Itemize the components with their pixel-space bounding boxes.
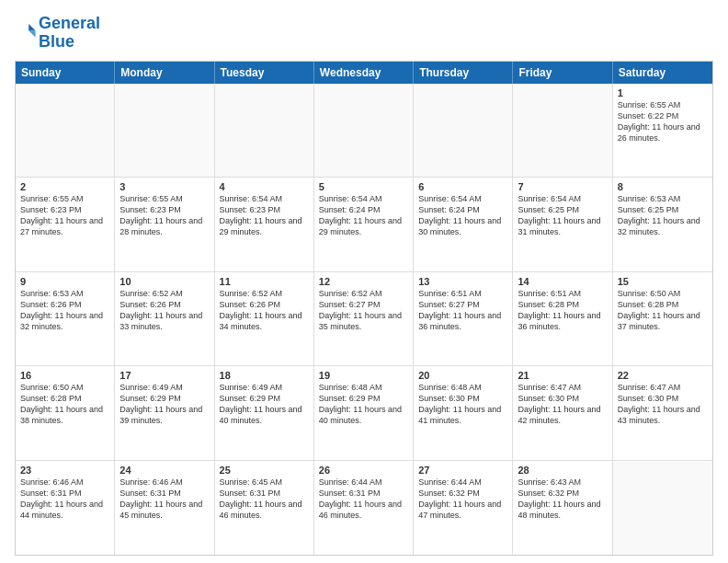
- calendar-cell-27: 27Sunrise: 6:44 AM Sunset: 6:32 PM Dayli…: [414, 461, 513, 555]
- day-info: Sunrise: 6:54 AM Sunset: 6:25 PM Dayligh…: [518, 193, 607, 238]
- page: General Blue SundayMondayTuesdayWednesda…: [0, 0, 728, 563]
- day-number: 20: [418, 370, 507, 381]
- calendar-cell-22: 22Sunrise: 6:47 AM Sunset: 6:30 PM Dayli…: [613, 366, 712, 459]
- day-info: Sunrise: 6:52 AM Sunset: 6:27 PM Dayligh…: [319, 288, 408, 333]
- day-info: Sunrise: 6:50 AM Sunset: 6:28 PM Dayligh…: [618, 288, 708, 333]
- day-number: 16: [20, 370, 109, 381]
- day-info: Sunrise: 6:47 AM Sunset: 6:30 PM Dayligh…: [618, 382, 708, 427]
- calendar-cell-3: 3Sunrise: 6:55 AM Sunset: 6:23 PM Daylig…: [115, 178, 214, 270]
- day-number: 15: [618, 276, 708, 287]
- calendar-cell-11: 11Sunrise: 6:52 AM Sunset: 6:26 PM Dayli…: [215, 272, 314, 365]
- day-number: 17: [119, 370, 209, 381]
- day-number: 4: [220, 181, 309, 192]
- calendar-cell-10: 10Sunrise: 6:52 AM Sunset: 6:26 PM Dayli…: [115, 272, 214, 365]
- day-info: Sunrise: 6:53 AM Sunset: 6:25 PM Dayligh…: [618, 193, 708, 238]
- calendar-cell-8: 8Sunrise: 6:53 AM Sunset: 6:25 PM Daylig…: [613, 178, 712, 270]
- calendar-cell-25: 25Sunrise: 6:45 AM Sunset: 6:31 PM Dayli…: [215, 461, 314, 555]
- calendar-row-0: 1Sunrise: 6:55 AM Sunset: 6:22 PM Daylig…: [16, 84, 712, 178]
- weekday-header-friday: Friday: [513, 62, 612, 84]
- day-number: 9: [20, 276, 109, 287]
- day-number: 21: [518, 370, 607, 381]
- day-info: Sunrise: 6:46 AM Sunset: 6:31 PM Dayligh…: [20, 477, 109, 522]
- day-number: 14: [518, 276, 607, 287]
- day-info: Sunrise: 6:51 AM Sunset: 6:28 PM Dayligh…: [518, 288, 607, 333]
- calendar-cell-20: 20Sunrise: 6:48 AM Sunset: 6:30 PM Dayli…: [414, 366, 513, 459]
- day-info: Sunrise: 6:43 AM Sunset: 6:32 PM Dayligh…: [518, 477, 607, 522]
- calendar-cell-6: 6Sunrise: 6:54 AM Sunset: 6:24 PM Daylig…: [414, 178, 513, 270]
- calendar: SundayMondayTuesdayWednesdayThursdayFrid…: [15, 61, 713, 556]
- calendar-cell-19: 19Sunrise: 6:48 AM Sunset: 6:29 PM Dayli…: [314, 366, 414, 459]
- logo-text-line1: General: [39, 15, 100, 33]
- calendar-cell-2: 2Sunrise: 6:55 AM Sunset: 6:23 PM Daylig…: [16, 178, 115, 270]
- calendar-cell-empty: [16, 84, 115, 177]
- day-info: Sunrise: 6:48 AM Sunset: 6:29 PM Dayligh…: [319, 382, 408, 427]
- weekday-header-wednesday: Wednesday: [314, 62, 414, 84]
- day-number: 12: [319, 276, 408, 287]
- day-info: Sunrise: 6:49 AM Sunset: 6:29 PM Dayligh…: [119, 382, 209, 427]
- calendar-cell-empty: [314, 84, 414, 177]
- day-info: Sunrise: 6:55 AM Sunset: 6:23 PM Dayligh…: [119, 193, 209, 238]
- day-info: Sunrise: 6:44 AM Sunset: 6:32 PM Dayligh…: [418, 477, 507, 522]
- day-number: 19: [319, 370, 408, 381]
- day-number: 7: [518, 181, 607, 192]
- calendar-cell-17: 17Sunrise: 6:49 AM Sunset: 6:29 PM Dayli…: [115, 366, 214, 459]
- calendar-cell-empty: [513, 84, 612, 177]
- logo-text-line2: Blue: [39, 33, 100, 52]
- calendar-cell-1: 1Sunrise: 6:55 AM Sunset: 6:22 PM Daylig…: [613, 84, 712, 177]
- calendar-cell-28: 28Sunrise: 6:43 AM Sunset: 6:32 PM Dayli…: [513, 461, 612, 555]
- day-number: 11: [220, 276, 309, 287]
- day-info: Sunrise: 6:50 AM Sunset: 6:28 PM Dayligh…: [20, 382, 109, 427]
- day-info: Sunrise: 6:53 AM Sunset: 6:26 PM Dayligh…: [20, 288, 109, 333]
- calendar-header: SundayMondayTuesdayWednesdayThursdayFrid…: [16, 62, 712, 84]
- day-info: Sunrise: 6:45 AM Sunset: 6:31 PM Dayligh…: [220, 477, 309, 522]
- day-number: 27: [418, 465, 507, 476]
- day-info: Sunrise: 6:55 AM Sunset: 6:22 PM Dayligh…: [618, 99, 708, 144]
- day-info: Sunrise: 6:54 AM Sunset: 6:24 PM Dayligh…: [418, 193, 507, 238]
- calendar-cell-15: 15Sunrise: 6:50 AM Sunset: 6:28 PM Dayli…: [613, 272, 712, 365]
- calendar-cell-21: 21Sunrise: 6:47 AM Sunset: 6:30 PM Dayli…: [513, 366, 612, 459]
- weekday-header-saturday: Saturday: [613, 62, 712, 84]
- calendar-cell-empty: [115, 84, 214, 177]
- calendar-row-1: 2Sunrise: 6:55 AM Sunset: 6:23 PM Daylig…: [16, 178, 712, 271]
- weekday-header-tuesday: Tuesday: [215, 62, 314, 84]
- svg-marker-1: [28, 30, 35, 37]
- calendar-cell-26: 26Sunrise: 6:44 AM Sunset: 6:31 PM Dayli…: [314, 461, 414, 555]
- day-info: Sunrise: 6:52 AM Sunset: 6:26 PM Dayligh…: [119, 288, 209, 333]
- day-number: 2: [20, 181, 109, 192]
- day-info: Sunrise: 6:54 AM Sunset: 6:23 PM Dayligh…: [220, 193, 309, 238]
- day-number: 23: [20, 465, 109, 476]
- day-number: 6: [418, 181, 507, 192]
- day-info: Sunrise: 6:54 AM Sunset: 6:24 PM Dayligh…: [319, 193, 408, 238]
- weekday-header-thursday: Thursday: [414, 62, 513, 84]
- calendar-cell-empty: [613, 461, 712, 555]
- calendar-row-3: 16Sunrise: 6:50 AM Sunset: 6:28 PM Dayli…: [16, 366, 712, 460]
- day-info: Sunrise: 6:47 AM Sunset: 6:30 PM Dayligh…: [518, 382, 607, 427]
- calendar-cell-5: 5Sunrise: 6:54 AM Sunset: 6:24 PM Daylig…: [314, 178, 414, 270]
- calendar-body: 1Sunrise: 6:55 AM Sunset: 6:22 PM Daylig…: [16, 84, 712, 555]
- day-info: Sunrise: 6:48 AM Sunset: 6:30 PM Dayligh…: [418, 382, 507, 427]
- day-number: 25: [220, 465, 309, 476]
- day-number: 24: [119, 465, 209, 476]
- day-info: Sunrise: 6:44 AM Sunset: 6:31 PM Dayligh…: [319, 477, 408, 522]
- calendar-cell-12: 12Sunrise: 6:52 AM Sunset: 6:27 PM Dayli…: [314, 272, 414, 365]
- day-number: 3: [119, 181, 209, 192]
- day-number: 26: [319, 465, 408, 476]
- calendar-row-4: 23Sunrise: 6:46 AM Sunset: 6:31 PM Dayli…: [16, 461, 712, 555]
- calendar-cell-18: 18Sunrise: 6:49 AM Sunset: 6:29 PM Dayli…: [215, 366, 314, 459]
- calendar-cell-4: 4Sunrise: 6:54 AM Sunset: 6:23 PM Daylig…: [215, 178, 314, 270]
- calendar-cell-16: 16Sunrise: 6:50 AM Sunset: 6:28 PM Dayli…: [16, 366, 115, 459]
- logo: General Blue: [15, 15, 100, 52]
- svg-marker-0: [28, 24, 35, 30]
- day-number: 18: [220, 370, 309, 381]
- calendar-cell-empty: [215, 84, 314, 177]
- calendar-cell-9: 9Sunrise: 6:53 AM Sunset: 6:26 PM Daylig…: [16, 272, 115, 365]
- calendar-cell-13: 13Sunrise: 6:51 AM Sunset: 6:27 PM Dayli…: [414, 272, 513, 365]
- day-number: 1: [618, 87, 708, 98]
- header: General Blue: [15, 15, 713, 52]
- day-info: Sunrise: 6:46 AM Sunset: 6:31 PM Dayligh…: [119, 477, 209, 522]
- calendar-cell-24: 24Sunrise: 6:46 AM Sunset: 6:31 PM Dayli…: [115, 461, 214, 555]
- day-number: 5: [319, 181, 408, 192]
- calendar-row-2: 9Sunrise: 6:53 AM Sunset: 6:26 PM Daylig…: [16, 272, 712, 366]
- calendar-cell-7: 7Sunrise: 6:54 AM Sunset: 6:25 PM Daylig…: [513, 178, 612, 270]
- calendar-cell-empty: [414, 84, 513, 177]
